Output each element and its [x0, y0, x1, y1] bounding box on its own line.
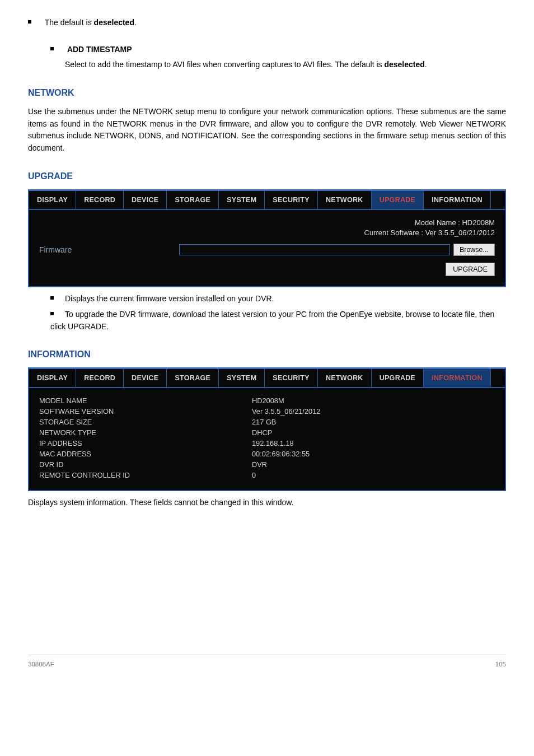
- info-grid: MODEL NAMEHD2008M SOFTWARE VERSIONVer 3.…: [39, 396, 495, 480]
- tab-network[interactable]: NETWORK: [318, 369, 372, 387]
- info-val: DVR: [252, 460, 495, 469]
- current-software-line: Current Software : Ver 3.5.5_06/21/2012: [39, 228, 495, 238]
- information-desc: Displays system information. These field…: [28, 497, 506, 509]
- info-key: DVR ID: [39, 460, 252, 469]
- tab-device[interactable]: DEVICE: [124, 191, 167, 209]
- info-key: MODEL NAME: [39, 396, 252, 405]
- info-key: STORAGE SIZE: [39, 417, 252, 427]
- info-key: NETWORK TYPE: [39, 428, 252, 437]
- tab-storage[interactable]: STORAGE: [167, 369, 219, 387]
- info-val: 0: [252, 470, 495, 480]
- tab-bar: DISPLAY RECORD DEVICE STORAGE SYSTEM SEC…: [29, 369, 505, 388]
- tab-storage[interactable]: STORAGE: [167, 191, 219, 209]
- info-val: DHCP: [252, 428, 495, 437]
- info-val: 00:02:69:06:32:55: [252, 449, 495, 459]
- bullet-icon: [50, 312, 54, 315]
- text-bold: deselected: [384, 60, 424, 69]
- info-key: MAC ADDRESS: [39, 449, 252, 459]
- page-footer: 30808AF 105: [28, 655, 506, 673]
- add-timestamp-desc: Select to add the timestamp to AVI files…: [65, 59, 506, 71]
- info-key: IP ADDRESS: [39, 438, 252, 448]
- model-name-line: Model Name : HD2008M: [39, 218, 495, 228]
- tab-display[interactable]: DISPLAY: [29, 191, 76, 209]
- tab-network[interactable]: NETWORK: [318, 191, 372, 209]
- upgrade-bullet-1: Displays the current firmware version in…: [50, 293, 506, 305]
- tab-upgrade[interactable]: UPGRADE: [372, 191, 424, 209]
- info-val: 217 GB: [252, 417, 495, 427]
- text: Select to add the timestamp to AVI files…: [65, 60, 384, 69]
- bullet-icon: [50, 296, 54, 300]
- text: To upgrade the DVR firmware, download th…: [50, 310, 494, 331]
- text: The default is: [45, 18, 94, 27]
- information-panel: DISPLAY RECORD DEVICE STORAGE SYSTEM SEC…: [28, 367, 506, 491]
- upgrade-bullet-2: To upgrade the DVR firmware, download th…: [50, 309, 506, 333]
- info-val: HD2008M: [252, 396, 495, 405]
- tab-upgrade[interactable]: UPGRADE: [372, 369, 424, 387]
- tab-bar: DISPLAY RECORD DEVICE STORAGE SYSTEM SEC…: [29, 191, 505, 210]
- tab-security[interactable]: SECURITY: [265, 369, 318, 387]
- tab-record[interactable]: RECORD: [76, 191, 124, 209]
- heading-network: NETWORK: [28, 88, 506, 98]
- text: .: [134, 18, 137, 27]
- text: Displays the current firmware version in…: [65, 294, 274, 303]
- bullet-icon: [28, 20, 31, 24]
- bullet-icon: [50, 47, 54, 50]
- footer-right: 105: [495, 661, 506, 668]
- firmware-path-input[interactable]: [179, 244, 450, 255]
- tab-device[interactable]: DEVICE: [124, 369, 167, 387]
- tab-system[interactable]: SYSTEM: [219, 369, 265, 387]
- browse-button[interactable]: Browse...: [453, 244, 495, 256]
- tab-information[interactable]: INFORMATION: [424, 191, 491, 209]
- note-default-1: The default is deselected.: [28, 17, 506, 29]
- heading-information: INFORMATION: [28, 349, 506, 360]
- tab-security[interactable]: SECURITY: [265, 191, 318, 209]
- tab-system[interactable]: SYSTEM: [219, 191, 265, 209]
- firmware-label: Firmware: [39, 245, 179, 254]
- upgrade-panel: DISPLAY RECORD DEVICE STORAGE SYSTEM SEC…: [28, 189, 506, 287]
- network-intro: Use the submenus under the NETWORK setup…: [28, 106, 506, 155]
- text: .: [425, 60, 427, 69]
- label-add-timestamp: ADD TIMESTAMP: [67, 45, 132, 54]
- footer-left: 30808AF: [28, 661, 54, 668]
- tab-display[interactable]: DISPLAY: [29, 369, 76, 387]
- text-bold: deselected: [94, 18, 134, 27]
- info-key: REMOTE CONTROLLER ID: [39, 470, 252, 480]
- tab-record[interactable]: RECORD: [76, 369, 124, 387]
- info-key: SOFTWARE VERSION: [39, 407, 252, 416]
- add-timestamp-block: ADD TIMESTAMP: [50, 44, 506, 56]
- info-val: Ver 3.5.5_06/21/2012: [252, 407, 495, 416]
- upgrade-button[interactable]: UPGRADE: [446, 263, 495, 276]
- heading-upgrade: UPGRADE: [28, 171, 506, 181]
- info-val: 192.168.1.18: [252, 438, 495, 448]
- tab-information[interactable]: INFORMATION: [424, 369, 491, 387]
